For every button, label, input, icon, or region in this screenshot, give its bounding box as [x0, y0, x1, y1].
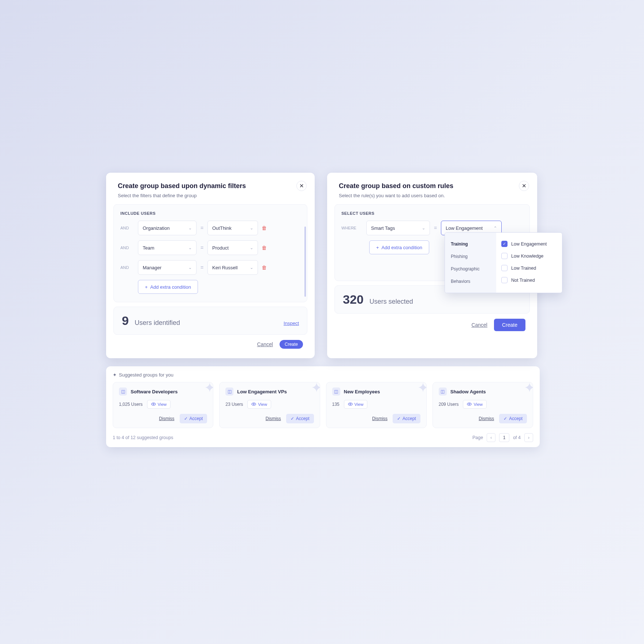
- user-count: 320: [343, 292, 364, 307]
- checkbox-icon: [501, 265, 508, 271]
- chevron-right-icon: ›: [528, 435, 529, 440]
- filter-row: AND Organization⌄ = OutThink⌄ 🗑: [120, 221, 300, 235]
- page-label: Page: [472, 435, 483, 440]
- dropdown-option[interactable]: ✓Low Engagement: [501, 238, 557, 250]
- chevron-down-icon: ⌄: [250, 246, 253, 250]
- equals-label: =: [434, 225, 437, 231]
- card-name: New Employees: [344, 389, 380, 394]
- suggested-heading: ✦Suggested groups for you: [113, 372, 533, 378]
- section-label: INCLUDE USERS: [120, 211, 300, 216]
- eye-icon: [151, 402, 156, 407]
- dismiss-link[interactable]: Dismiss: [479, 416, 494, 421]
- include-users-panel: INCLUDE USERS AND Organization⌄ = OutThi…: [113, 204, 307, 302]
- card-count: 1,025 Users: [119, 402, 143, 407]
- user-count-label: Users selected: [370, 298, 521, 306]
- accept-button[interactable]: ✓Accept: [286, 414, 314, 423]
- accept-button[interactable]: ✓Accept: [499, 414, 527, 423]
- chevron-down-icon: ⌄: [422, 226, 425, 231]
- modal-title: Create group based upon dynamic filters: [118, 182, 303, 190]
- dismiss-link[interactable]: Dismiss: [266, 416, 281, 421]
- check-icon: ✓: [291, 416, 294, 421]
- suggested-groups-panel: ✦Suggested groups for you ✦◫Software Dev…: [106, 366, 540, 447]
- group-icon: ◫: [119, 387, 127, 396]
- next-page-button[interactable]: ›: [524, 433, 533, 442]
- add-condition-button[interactable]: +Add extra condition: [138, 280, 198, 294]
- custom-rules-modal: ✕ Create group based on custom rules Sel…: [327, 173, 537, 358]
- section-label: SELECT USERS: [341, 211, 523, 216]
- value-select[interactable]: Product⌄: [207, 240, 258, 255]
- view-button[interactable]: View: [247, 400, 271, 409]
- cancel-link[interactable]: Cancel: [257, 341, 273, 347]
- value-select[interactable]: Keri Russell⌄: [207, 260, 258, 275]
- field-select[interactable]: Team⌄: [138, 240, 196, 255]
- check-icon: ✓: [397, 416, 401, 421]
- user-count: 9: [122, 314, 129, 328]
- where-label: WHERE: [341, 226, 363, 230]
- pagination-summary: 1 to 4 of 12 suggested groups: [113, 435, 173, 440]
- dynamic-filters-modal: ✕ Create group based upon dynamic filter…: [106, 173, 315, 358]
- prev-page-button[interactable]: ‹: [487, 433, 495, 442]
- svg-point-0: [153, 403, 154, 404]
- svg-point-2: [349, 403, 351, 404]
- chevron-down-icon: ⌄: [250, 226, 253, 231]
- conjunction-label: AND: [120, 226, 134, 230]
- dropdown-option[interactable]: Not Trained: [501, 274, 557, 286]
- field-select[interactable]: Smart Tags⌄: [366, 221, 430, 235]
- dropdown-tab-training[interactable]: Training: [445, 238, 496, 250]
- view-button[interactable]: View: [463, 400, 487, 409]
- create-button[interactable]: Create: [280, 340, 303, 349]
- field-select[interactable]: Organization⌄: [138, 221, 196, 235]
- equals-label: =: [200, 245, 204, 251]
- smart-tags-dropdown: Training Phishing Psychographic Behavior…: [445, 232, 562, 293]
- dropdown-option[interactable]: Low Trained: [501, 262, 557, 274]
- cancel-link[interactable]: Cancel: [471, 322, 487, 328]
- checkbox-icon: [501, 253, 508, 259]
- plus-icon: +: [145, 284, 148, 290]
- close-button[interactable]: ✕: [519, 181, 529, 191]
- accept-button[interactable]: ✓Accept: [180, 414, 207, 423]
- scrollbar[interactable]: [304, 226, 306, 297]
- dropdown-option[interactable]: Low Knowledge: [501, 250, 557, 262]
- checkbox-icon: [501, 277, 508, 283]
- inspect-link[interactable]: Inspect: [284, 321, 299, 326]
- dropdown-tab-phishing[interactable]: Phishing: [445, 250, 496, 263]
- card-count: 135: [332, 402, 340, 407]
- checkbox-icon: ✓: [501, 241, 508, 247]
- chevron-up-icon: ⌃: [494, 226, 497, 231]
- user-count-label: Users identified: [135, 319, 278, 327]
- check-icon: ✓: [184, 416, 188, 421]
- group-icon: ◫: [332, 387, 340, 396]
- page-input[interactable]: [499, 433, 509, 442]
- dropdown-tab-behaviors[interactable]: Behaviors: [445, 275, 496, 288]
- card-name: Shadow Agents: [450, 389, 486, 394]
- field-select[interactable]: Manager⌄: [138, 260, 196, 275]
- trash-icon[interactable]: 🗑: [262, 265, 267, 270]
- suggested-card: ✦◫New Employees135ViewDismiss✓Accept: [326, 382, 427, 428]
- create-button[interactable]: Create: [494, 319, 525, 331]
- value-select[interactable]: OutThink⌄: [207, 221, 258, 235]
- modal-title: Create group based on custom rules: [339, 182, 525, 190]
- filter-row: AND Team⌄ = Product⌄ 🗑: [120, 240, 300, 255]
- conjunction-label: AND: [120, 265, 134, 270]
- of-pages-label: of 4: [513, 435, 521, 440]
- chevron-down-icon: ⌄: [188, 265, 192, 270]
- trash-icon[interactable]: 🗑: [262, 245, 267, 251]
- close-button[interactable]: ✕: [296, 181, 307, 191]
- add-condition-button[interactable]: +Add extra condition: [369, 240, 429, 254]
- dismiss-link[interactable]: Dismiss: [372, 416, 387, 421]
- accept-button[interactable]: ✓Accept: [393, 414, 420, 423]
- chevron-down-icon: ⌄: [188, 246, 192, 250]
- plus-icon: +: [376, 245, 379, 250]
- view-button[interactable]: View: [147, 400, 171, 409]
- trash-icon[interactable]: 🗑: [262, 225, 267, 231]
- suggested-card: ✦◫Low Engagement VPs23 UsersViewDismiss✓…: [219, 382, 320, 428]
- eye-icon: [467, 402, 472, 407]
- dropdown-tabs: Training Phishing Psychographic Behavior…: [445, 233, 496, 293]
- view-button[interactable]: View: [344, 400, 368, 409]
- dropdown-tab-psychographic[interactable]: Psychographic: [445, 263, 496, 275]
- equals-label: =: [200, 265, 204, 270]
- group-icon: ◫: [225, 387, 233, 396]
- svg-point-3: [469, 403, 470, 404]
- suggested-card: ✦◫Software Developers1,025 UsersViewDism…: [113, 382, 213, 428]
- dismiss-link[interactable]: Dismiss: [159, 416, 175, 421]
